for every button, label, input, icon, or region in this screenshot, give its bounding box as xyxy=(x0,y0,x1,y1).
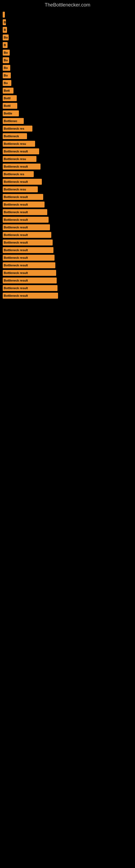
bar-row: Bottleneck result xyxy=(3,262,135,268)
bar-label: B xyxy=(4,43,6,46)
bar-row: Bottleneck result xyxy=(3,270,135,276)
bar: Bottleneck res xyxy=(3,126,32,131)
bar-row: Bottleneck result xyxy=(3,285,135,291)
bar: Bottleneck result xyxy=(3,270,56,276)
bar: Bottleneck result xyxy=(3,278,57,283)
bar-row: Bottleneck result xyxy=(3,293,135,299)
bar-row: Bottle xyxy=(3,111,135,116)
bar-label: Bottleneck result xyxy=(4,211,28,214)
bar-label: Bottleneck result xyxy=(4,294,28,297)
bar-row: Bottleneck result xyxy=(3,224,135,230)
bar: Bottleneck result xyxy=(3,293,58,299)
bar-row xyxy=(3,12,135,18)
bar-row: Bo xyxy=(3,80,135,86)
bar-row: Bo xyxy=(3,34,135,40)
bar: Bottleneck result xyxy=(3,255,54,261)
bar: Bottleneck result xyxy=(3,232,51,238)
bar-label: Bottleneck resu xyxy=(4,142,26,145)
bar: Bottleneck result xyxy=(3,163,41,169)
bar-row: Bottlenec xyxy=(3,118,135,124)
bar-row: Bott xyxy=(3,88,135,94)
bar: Bottleneck result xyxy=(3,194,43,200)
bar: Bottleneck result xyxy=(3,285,57,291)
site-title: TheBottlenecker.com xyxy=(0,0,135,9)
bar: Bottl xyxy=(3,103,17,109)
bar-label: Bottleneck res xyxy=(4,173,24,176)
bar-label: Bo xyxy=(4,36,8,39)
bar-label: Bottleneck resu xyxy=(4,188,26,191)
bar-label: Bottleneck result xyxy=(4,180,28,183)
bar-row: Bottleneck res xyxy=(3,171,135,177)
bar-row: Bottleneck result xyxy=(3,179,135,185)
bar-row: Bottleneck result xyxy=(3,163,135,169)
bar-label: Bottleneck resu xyxy=(4,157,26,161)
bar-row: Bo xyxy=(3,57,135,63)
bar-row: Bottl xyxy=(3,103,135,109)
bar: Bottleneck result xyxy=(3,209,47,215)
bar-label: Bo xyxy=(4,59,8,62)
bar-label: Bo xyxy=(4,51,8,54)
bar-label: B xyxy=(4,28,6,31)
bar-label: Bottleneck result xyxy=(4,264,28,267)
bar: Bo xyxy=(3,65,10,71)
bar-row: Bottleneck resu xyxy=(3,186,135,192)
bar-row: B xyxy=(3,27,135,33)
bar: Bottleneck result xyxy=(3,247,53,253)
bar-label: Bottleneck result xyxy=(4,248,28,252)
bar: B xyxy=(3,19,6,25)
bar-label: Bottleneck result xyxy=(4,286,28,290)
bar-label: Bo xyxy=(4,82,8,85)
bar-row: Bo xyxy=(3,72,135,79)
bar: Bottlenec xyxy=(3,118,24,124)
bar: Bottleneck result xyxy=(3,262,55,268)
bar-label: Bottleneck result xyxy=(4,233,28,237)
bar: Bottleneck resu xyxy=(3,186,38,192)
bar-label: Bottleneck result xyxy=(4,279,28,282)
bar: Bo xyxy=(3,80,11,86)
bar-label: Bottleneck result xyxy=(4,195,28,198)
bar: Bottleneck res xyxy=(3,171,34,177)
bar-row: Bottleneck result xyxy=(3,217,135,223)
bar-row: Bottleneck result xyxy=(3,255,135,261)
bar: Bottleneck result xyxy=(3,217,49,223)
bars-container: BBBoBBoBoBoBoBoBottBottlBottlBottleBottl… xyxy=(0,9,135,303)
bar: Bottleneck result xyxy=(3,202,45,208)
bar-row: B xyxy=(3,19,135,25)
bar-label: Bo xyxy=(4,74,8,77)
bar: Bottleneck resu xyxy=(3,156,37,162)
bar: Bottleneck result xyxy=(3,148,39,154)
bar-label: Bottleneck result xyxy=(4,165,28,168)
bar: Bott xyxy=(3,88,13,94)
bar: Bo xyxy=(3,34,9,40)
bar-row: Bottleneck result xyxy=(3,278,135,283)
bar: B xyxy=(3,27,7,33)
bar-label: Bottleneck xyxy=(4,134,19,138)
bar-row: Bottleneck result xyxy=(3,232,135,238)
bar: Bottleneck xyxy=(3,133,27,139)
bar: Bo xyxy=(3,57,9,63)
bar-label: Bottleneck result xyxy=(4,256,28,259)
bar: Bottle xyxy=(3,111,19,116)
bar-row: Bo xyxy=(3,65,135,71)
bar-label: B xyxy=(4,21,6,24)
bar-label: Bo xyxy=(4,66,8,69)
bar: Bottleneck result xyxy=(3,240,53,246)
bar-row: Bottleneck resu xyxy=(3,141,135,147)
bar: Bottleneck result xyxy=(3,179,42,185)
bar-label: Bottle xyxy=(4,112,12,115)
bar xyxy=(3,12,5,18)
bar-row: Bottleneck result xyxy=(3,148,135,154)
bar: Bottleneck resu xyxy=(3,141,35,147)
bar-row: Bottleneck resu xyxy=(3,156,135,162)
bar: Bottleneck result xyxy=(3,224,50,230)
bar-label: Bottleneck result xyxy=(4,271,28,275)
bar-label: Bottl xyxy=(4,104,10,107)
bar-row: Bottleneck result xyxy=(3,194,135,200)
bar-row: Bottleneck result xyxy=(3,240,135,246)
bar-row: Bottleneck result xyxy=(3,209,135,215)
bar-label: Bottleneck result xyxy=(4,218,28,221)
bar: B xyxy=(3,42,8,48)
bar-label: Bottleneck result xyxy=(4,226,28,229)
bar-row: B xyxy=(3,42,135,48)
bar-label: Bottleneck result xyxy=(4,150,28,153)
